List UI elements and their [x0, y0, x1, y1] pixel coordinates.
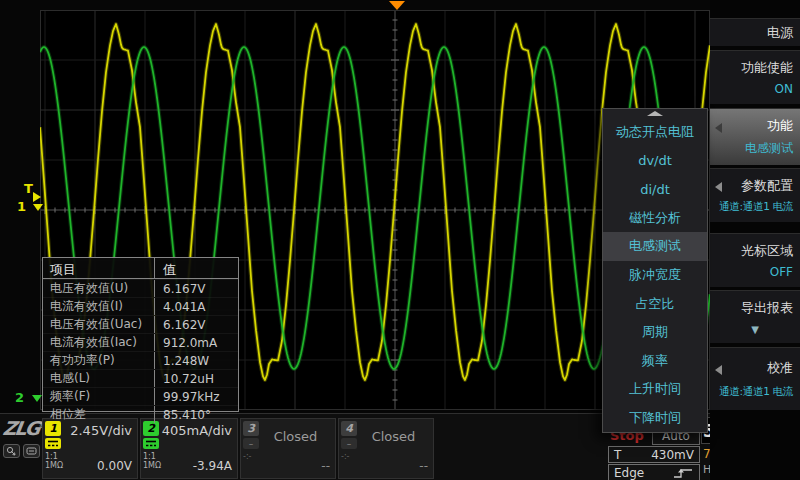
channel3-offset: -- [321, 459, 330, 473]
button-label: 导出报表 [741, 299, 793, 317]
ch1-offscreen-arrow-icon [33, 204, 43, 211]
channel2-block[interactable]: 2 1:1 1MΩ 405mA/div -3.94A [140, 418, 238, 479]
oscilloscope-screen: T 1 2 项目 值 电压有效值(U)6.167V 电流有效值(I)4.041A… [0, 0, 800, 480]
sidebar-button-cursor-area[interactable]: 光标区域 OFF [710, 233, 800, 287]
button-mode-icon[interactable] [23, 444, 40, 458]
ch2-reference-marker[interactable]: 2 [15, 391, 42, 404]
channel1-block[interactable]: 1 1:1 1MΩ 2.45V/div 0.00V [42, 418, 138, 479]
menu-item-dvdt[interactable]: dv/dt [603, 147, 707, 176]
button-label: 功能使能 [741, 59, 793, 77]
chevron-left-icon [715, 182, 722, 192]
coupling-off-icon: – [243, 438, 259, 449]
probe-ratio: 1:1 [143, 452, 156, 461]
sidebar: 电源 功能使能 ON 功能 电感测试 参数配置 通道:通道1 电流 光标区域 O… [710, 0, 800, 480]
menu-item-rise-time[interactable]: 上升时间 [603, 375, 707, 404]
row-label: 有功功率(P) [43, 352, 155, 369]
button-label: 电源 [767, 24, 793, 42]
probe-ratio: -:- [341, 452, 349, 461]
channel1-badge: 1 [45, 421, 61, 436]
sidebar-button-function[interactable]: 功能 电感测试 [710, 108, 800, 165]
ch1-reference-marker[interactable]: 1 [17, 200, 43, 213]
trigger-type-field[interactable]: Edge [608, 464, 700, 480]
channel1-offset: 0.00V [97, 459, 132, 473]
chevron-left-icon [715, 365, 722, 375]
row-label: 电流有效值(I) [43, 298, 155, 315]
ch1-marker-label: 1 [17, 199, 26, 214]
touch-mode-icon[interactable] [3, 444, 20, 458]
channel4-offset: -- [419, 459, 428, 473]
button-label: 校准 [767, 359, 793, 377]
table-row: 电流有效值(Iac)912.0mA [43, 333, 238, 351]
sidebar-button-calibration[interactable]: 校准 通道:通道1 电流 [710, 347, 800, 410]
rising-edge-icon [672, 467, 694, 479]
menu-item-magnetic-analysis[interactable]: 磁性分析 [603, 204, 707, 233]
table-row: 电压有效值(Uac)6.162V [43, 315, 238, 333]
coupling-off-icon: – [341, 438, 357, 449]
row-value: 6.167V [155, 280, 238, 297]
input-impedance: 1MΩ [45, 461, 63, 470]
row-label: 电感(L) [43, 370, 155, 387]
trigger-status-block: Stop Auto T 430mV Edge [608, 426, 700, 480]
sidebar-button-parameter-config[interactable]: 参数配置 通道:通道1 电流 [710, 168, 800, 222]
menu-item-frequency[interactable]: 频率 [603, 346, 707, 375]
trigger-level-field[interactable]: T 430mV [608, 446, 700, 463]
button-value: OFF [770, 265, 793, 279]
button-value: 通道:通道1 电流 [719, 200, 793, 214]
table-row: 有功功率(P)1.248W [43, 351, 238, 369]
menu-item-dynamic-resistance[interactable]: 动态开点电阻 [603, 118, 707, 147]
button-label: 光标区域 [741, 242, 793, 260]
row-value: 912.0mA [155, 334, 238, 351]
logo-area: ZLG® [3, 417, 41, 458]
menu-item-didt[interactable]: di/dt [603, 175, 707, 204]
channel2-offset: -3.94A [193, 459, 232, 473]
menu-item-inductance-test[interactable]: 电感测试 [603, 232, 707, 261]
channel3-block[interactable]: 3 – -:- Closed -- [240, 418, 336, 479]
button-value: 电感测试 [745, 140, 793, 157]
channel2-badge: 2 [143, 421, 159, 436]
header-item: 项目 [43, 258, 155, 278]
row-label: 频率(F) [43, 388, 155, 405]
dc-coupling-icon [45, 438, 61, 449]
table-row: 频率(F)99.97kHz [43, 387, 238, 405]
menu-item-pulse-width[interactable]: 脉冲宽度 [603, 261, 707, 290]
row-value: 6.162V [155, 316, 238, 333]
menu-item-period[interactable]: 周期 [603, 318, 707, 347]
trigger-level-value: 430mV [651, 448, 694, 462]
table-row: 相位差85.410° [43, 405, 238, 423]
input-impedance: 1MΩ [143, 461, 161, 470]
button-label: 参数配置 [741, 177, 793, 195]
button-value: ON [775, 82, 793, 96]
table-row: 电感(L)10.72uH [43, 369, 238, 387]
table-row: 电压有效值(U)6.167V [43, 279, 238, 297]
trigger-level-label: T [24, 181, 33, 196]
measurement-table: 项目 值 电压有效值(U)6.167V 电流有效值(I)4.041A 电压有效值… [42, 257, 239, 412]
sidebar-button-function-enable[interactable]: 功能使能 ON [710, 50, 800, 104]
sidebar-button-export-report[interactable]: 导出报表 ▼ [710, 290, 800, 343]
channel3-badge: 3 [243, 421, 259, 436]
row-value: 85.410° [155, 406, 238, 423]
channel4-state: Closed [372, 429, 416, 444]
probe-ratio: -:- [243, 452, 251, 461]
header-value: 值 [155, 258, 238, 278]
ch2-marker-label: 2 [15, 390, 24, 405]
row-value: 10.72uH [155, 370, 238, 387]
scroll-up-icon [647, 111, 663, 116]
row-value: 99.97kHz [155, 388, 238, 405]
row-label: 电压有效值(Uac) [43, 316, 155, 333]
trigger-level-marker[interactable]: T [24, 182, 33, 195]
dropdown-arrow-icon: ▼ [751, 324, 759, 335]
sidebar-button-power[interactable]: 电源 [710, 18, 800, 46]
menu-item-duty-cycle[interactable]: 占空比 [603, 289, 707, 318]
channel3-state: Closed [274, 429, 318, 444]
channel4-block[interactable]: 4 – -:- Closed -- [338, 418, 434, 479]
function-dropdown-menu: 动态开点电阻 dv/dt di/dt 磁性分析 电感测试 脉冲宽度 占空比 周期… [602, 108, 708, 433]
row-label: 电压有效值(U) [43, 280, 155, 297]
trigger-position-marker[interactable] [389, 1, 405, 10]
chevron-left-icon [715, 123, 722, 133]
menu-item-fall-time[interactable]: 下降时间 [603, 403, 707, 432]
probe-ratio: 1:1 [45, 452, 58, 461]
measurement-table-header: 项目 值 [43, 258, 238, 279]
row-value: 4.041A [155, 298, 238, 315]
ch2-offscreen-arrow-icon [32, 395, 42, 402]
menu-scroll-up[interactable] [603, 109, 707, 118]
